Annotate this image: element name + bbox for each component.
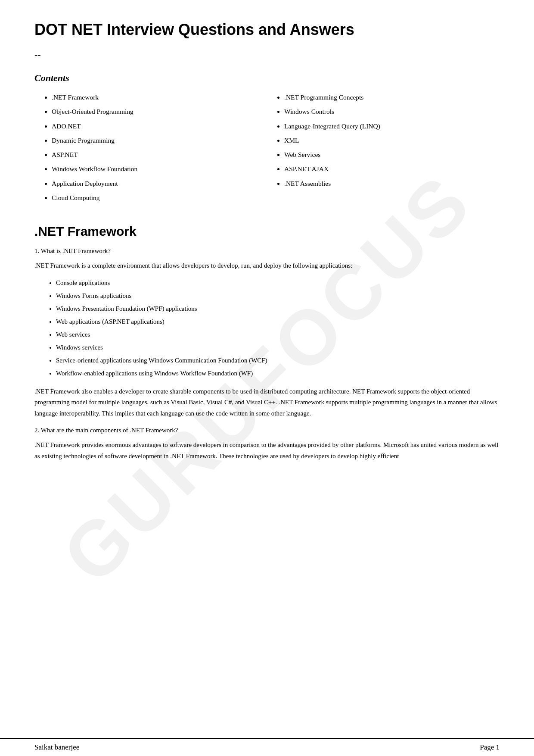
contents-right-col: .NET Programming Concepts Windows Contro… <box>267 92 500 207</box>
answer-1-detail: .NET Framework also enables a developer … <box>34 386 500 419</box>
list-item: Language-Integrated Query (LINQ) <box>284 121 500 131</box>
question-2: 2. What are the main components of .NET … <box>34 425 500 435</box>
footer-author: Saikat banerjee <box>34 743 79 752</box>
app-types-list: Console applications Windows Forms appli… <box>34 278 500 378</box>
contents-right-list: .NET Programming Concepts Windows Contro… <box>271 92 500 188</box>
list-item: Web applications (ASP.NET applications) <box>56 316 500 327</box>
list-item: Windows Forms applications <box>56 291 500 301</box>
list-item: Cloud Computing <box>52 193 267 203</box>
list-item: .NET Programming Concepts <box>284 92 500 102</box>
footer-page: Page 1 <box>480 743 500 752</box>
list-item: Object-Oriented Programming <box>52 106 267 116</box>
list-item: .NET Assemblies <box>284 178 500 188</box>
contents-grid: .NET Framework Object-Oriented Programmi… <box>34 92 500 207</box>
list-item: ASP.NET AJAX <box>284 164 500 174</box>
list-item: Web services <box>56 329 500 340</box>
list-item: ADO.NET <box>52 121 267 131</box>
list-item: Workflow-enabled applications using Wind… <box>56 368 500 378</box>
list-item: Console applications <box>56 278 500 288</box>
section-net-framework-heading: .NET Framework <box>34 224 500 239</box>
answer-2-intro: .NET Framework provides enormous advanta… <box>34 440 500 462</box>
contents-left-col: .NET Framework Object-Oriented Programmi… <box>34 92 267 207</box>
dash-separator: -- <box>34 49 500 60</box>
list-item: Windows Presentation Foundation (WPF) ap… <box>56 303 500 314</box>
list-item: Windows services <box>56 342 500 353</box>
list-item: Windows Controls <box>284 106 500 116</box>
page-title: DOT NET Interview Questions and Answers <box>34 21 500 39</box>
answer-1-intro: .NET Framework is a complete environment… <box>34 260 500 272</box>
list-item: ASP.NET <box>52 150 267 159</box>
list-item: XML <box>284 135 500 145</box>
page-footer: Saikat banerjee Page 1 <box>0 738 534 756</box>
question-1: 1. What is .NET Framework? <box>34 246 500 256</box>
list-item: Application Deployment <box>52 178 267 188</box>
list-item: .NET Framework <box>52 92 267 102</box>
contents-heading: Contents <box>34 72 500 84</box>
contents-left-list: .NET Framework Object-Oriented Programmi… <box>39 92 267 203</box>
list-item: Windows Workflow Foundation <box>52 164 267 174</box>
list-item: Service-oriented applications using Wind… <box>56 355 500 366</box>
list-item: Web Services <box>284 150 500 159</box>
list-item: Dynamic Programming <box>52 135 267 145</box>
